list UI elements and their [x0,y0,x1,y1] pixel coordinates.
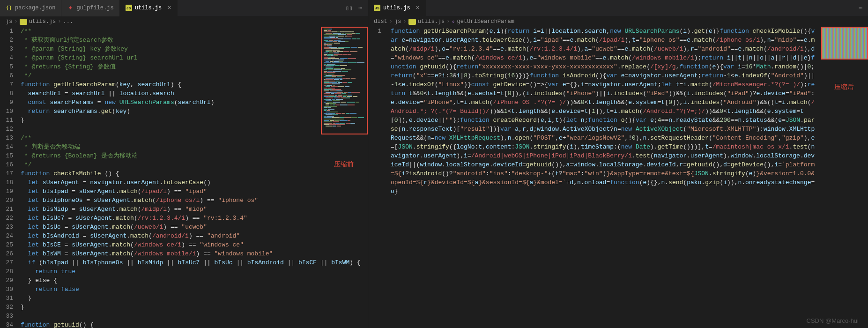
tab-package-json[interactable]: {} package.json [0,0,61,16]
breadcrumb-item[interactable]: dist [374,18,387,25]
line-number: 1 [368,27,381,36]
js-icon: JS [126,5,132,11]
tab-actions: ▯▯ ⋯ [340,4,368,12]
tab-label: utils.js [135,5,162,11]
chevron-right-icon: › [58,18,61,25]
gulp-icon: ♦ [67,5,74,11]
tab-actions: ⋯ [853,4,868,12]
js-icon: JS [20,19,27,25]
chevron-right-icon: › [446,18,450,25]
close-icon[interactable]: × [167,4,171,12]
tabs-right: JS utils.js × ⋯ [368,0,868,16]
function-icon: ⬨ [452,18,455,25]
breadcrumb-item[interactable]: getUrlSearchParam [457,18,514,25]
tab-utils-js[interactable]: JS utils.js × [120,0,178,16]
breadcrumb-item[interactable]: utils.js [29,18,56,25]
split-editor-icon[interactable]: ▯▯ [346,4,353,12]
close-icon[interactable]: × [416,4,420,12]
tab-utils-js-dist[interactable]: JS utils.js × [368,0,426,16]
breadcrumb-item[interactable]: ... [63,18,73,25]
tabs-left: {} package.json ♦ gulpfile.js JS utils.j… [0,0,368,16]
editor-body-right[interactable]: 1 function getUrlSearchParam(e,i){return… [368,27,868,328]
json-icon: {} [6,5,12,11]
annotation-after: 压缩后 [834,83,854,91]
watermark: CSDN @Marco-hui [807,317,859,324]
editor-body-left[interactable]: 1234567891011121314151617181920212223242… [0,27,368,328]
line-numbers: 1234567891011121314151617181920212223242… [0,27,21,328]
chevron-right-icon: › [14,18,17,25]
code-area[interactable]: function getUrlSearchParam(e,i){return i… [389,27,868,328]
chevron-right-icon: › [403,18,406,25]
tab-gulpfile[interactable]: ♦ gulpfile.js [61,0,119,16]
breadcrumb-right[interactable]: dist › js › JS utils.js › ⬨ getUrlSearch… [368,16,868,27]
breadcrumb-item[interactable]: js [6,18,12,25]
minimap-left[interactable] [321,27,368,134]
chevron-right-icon: › [389,18,393,25]
more-actions-icon[interactable]: ⋯ [859,4,862,12]
js-icon: JS [374,5,380,11]
editor-pane-right: JS utils.js × ⋯ dist › js › JS utils.js … [368,0,868,328]
tab-label: utils.js [383,5,410,11]
tab-label: package.json [15,5,55,11]
js-icon: JS [408,19,416,25]
line-numbers: 1 [368,27,389,328]
breadcrumb-item[interactable]: utils.js [418,18,445,25]
breadcrumb-item[interactable]: js [394,18,401,25]
minimap-right[interactable] [821,27,868,60]
annotation-before: 压缩前 [334,160,354,169]
editor-pane-left: {} package.json ♦ gulpfile.js JS utils.j… [0,0,368,328]
more-actions-icon[interactable]: ⋯ [358,4,362,12]
breadcrumb-left[interactable]: js › JS utils.js › ... [0,16,368,27]
code-area[interactable]: /** * 获取页面url指定search参数 * @param {String… [21,27,368,328]
tab-label: gulpfile.js [76,5,113,11]
